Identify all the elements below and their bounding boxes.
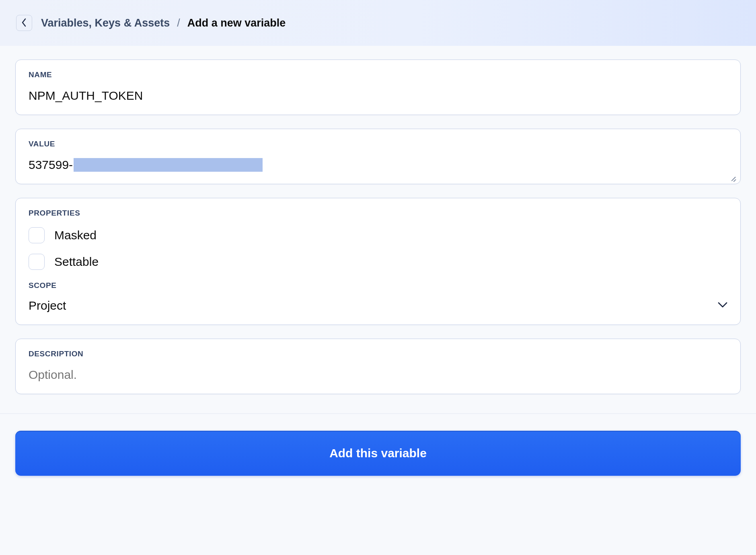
footer: Add this variable	[0, 414, 756, 500]
resize-handle-icon	[729, 173, 736, 181]
chevron-left-icon	[21, 18, 27, 28]
breadcrumb-current: Add a new variable	[187, 17, 286, 29]
back-button[interactable]	[16, 15, 32, 31]
chevron-down-icon	[718, 302, 727, 310]
description-card: DESCRIPTION	[15, 339, 741, 394]
settable-label: Settable	[54, 255, 99, 269]
breadcrumb: Variables, Keys & Assets / Add a new var…	[41, 17, 286, 29]
value-card: VALUE 537599-	[15, 129, 741, 184]
breadcrumb-separator: /	[177, 17, 180, 29]
add-variable-button[interactable]: Add this variable	[15, 431, 741, 476]
value-label: VALUE	[29, 140, 727, 148]
breadcrumb-parent[interactable]: Variables, Keys & Assets	[41, 17, 170, 29]
scope-select[interactable]: Project	[29, 299, 727, 312]
settable-checkbox[interactable]	[29, 254, 45, 270]
name-input[interactable]	[29, 89, 727, 103]
scope-selected-value: Project	[29, 299, 66, 312]
name-label: NAME	[29, 70, 727, 79]
settable-row: Settable	[29, 254, 727, 270]
value-visible-prefix: 537599-	[29, 158, 73, 172]
value-redacted-mask	[74, 158, 263, 172]
breadcrumb-bar: Variables, Keys & Assets / Add a new var…	[0, 0, 756, 46]
value-input[interactable]: 537599-	[29, 158, 727, 172]
name-card: NAME	[15, 60, 741, 115]
masked-row: Masked	[29, 227, 727, 243]
masked-label: Masked	[54, 228, 97, 242]
properties-label: PROPERTIES	[29, 209, 727, 218]
description-input[interactable]	[29, 368, 727, 382]
scope-label: SCOPE	[29, 281, 727, 290]
form-body: NAME VALUE 537599- PROPERTIES Masked Set…	[0, 46, 756, 394]
properties-card: PROPERTIES Masked Settable SCOPE Project	[15, 198, 741, 325]
description-label: DESCRIPTION	[29, 349, 727, 358]
masked-checkbox[interactable]	[29, 227, 45, 243]
